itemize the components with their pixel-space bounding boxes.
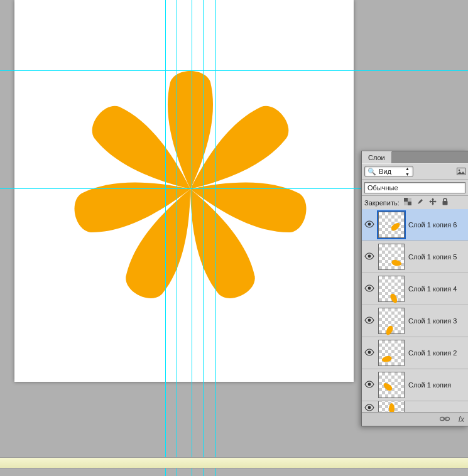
filter-section: 🔍 Вид xyxy=(362,163,468,180)
svg-point-8 xyxy=(368,255,371,258)
lock-row: Закрепить: xyxy=(362,196,468,209)
layer-thumbnail[interactable] xyxy=(378,212,405,238)
panel-landscape-icon[interactable] xyxy=(457,167,465,176)
svg-rect-5 xyxy=(404,202,408,205)
svg-point-11 xyxy=(368,351,371,354)
svg-point-9 xyxy=(368,287,371,290)
svg-point-13 xyxy=(368,406,371,409)
layers-list: Слой 1 копия 6Слой 1 копия 5Слой 1 копия… xyxy=(362,209,468,413)
svg-rect-3 xyxy=(408,202,411,205)
visibility-eye-icon[interactable] xyxy=(364,220,374,230)
visibility-eye-icon[interactable] xyxy=(364,403,374,413)
guide-horizontal[interactable] xyxy=(0,70,468,71)
svg-rect-4 xyxy=(408,198,411,202)
guide-vertical[interactable] xyxy=(165,0,166,476)
layer-thumbnail[interactable] xyxy=(378,244,405,270)
svg-rect-2 xyxy=(404,198,408,202)
layer-row[interactable]: Слой 1 копия 4 xyxy=(362,273,468,305)
panel-tab-bar: Слои xyxy=(362,151,468,163)
search-icon: 🔍 xyxy=(367,168,376,175)
lock-label: Закрепить: xyxy=(364,199,400,207)
ruler-bottom xyxy=(0,457,468,468)
panel-status-bar: fx xyxy=(362,413,468,426)
svg-point-12 xyxy=(368,383,371,386)
visibility-eye-icon[interactable] xyxy=(364,252,374,262)
lock-pixels-icon[interactable] xyxy=(403,198,412,207)
layer-name-label[interactable]: Слой 1 копия 5 xyxy=(408,253,465,261)
guide-vertical[interactable] xyxy=(215,0,216,476)
layer-row[interactable] xyxy=(362,401,468,413)
svg-point-7 xyxy=(368,223,371,226)
layer-name-label[interactable]: Слой 1 копия 2 xyxy=(408,349,465,357)
layer-thumbnail[interactable] xyxy=(378,340,405,366)
visibility-eye-icon[interactable] xyxy=(364,348,374,358)
blend-mode-value: Обычные xyxy=(367,184,398,192)
layer-row[interactable]: Слой 1 копия 5 xyxy=(362,241,468,273)
blend-mode-dropdown[interactable]: Обычные xyxy=(364,182,465,193)
visibility-eye-icon[interactable] xyxy=(364,284,374,294)
layer-row[interactable]: Слой 1 копия 2 xyxy=(362,337,468,369)
guide-vertical[interactable] xyxy=(177,0,177,476)
layer-row[interactable]: Слой 1 копия xyxy=(362,369,468,401)
link-layers-icon[interactable] xyxy=(440,415,450,424)
layer-row[interactable]: Слой 1 копия 3 xyxy=(362,305,468,337)
layer-name-label[interactable]: Слой 1 копия 4 xyxy=(408,285,465,293)
lock-move-icon[interactable] xyxy=(428,198,437,207)
layer-name-label[interactable]: Слой 1 копия xyxy=(408,381,465,389)
filter-label: Вид xyxy=(379,168,403,175)
svg-point-10 xyxy=(368,319,371,322)
chevron-updown-icon xyxy=(405,168,410,175)
lock-brush-icon[interactable] xyxy=(416,198,425,207)
canvas[interactable] xyxy=(14,0,354,382)
blend-section: Обычные xyxy=(362,180,468,196)
svg-point-1 xyxy=(459,170,460,171)
guide-vertical[interactable] xyxy=(203,0,204,476)
layers-tab[interactable]: Слои xyxy=(362,151,392,163)
layer-thumbnail[interactable] xyxy=(378,401,405,413)
layer-name-label[interactable]: Слой 1 копия 3 xyxy=(408,317,465,325)
guide-vertical[interactable] xyxy=(192,0,192,476)
layer-filter-dropdown[interactable]: 🔍 Вид xyxy=(364,166,413,177)
layer-row[interactable]: Слой 1 копия 6 xyxy=(362,209,468,241)
layer-thumbnail[interactable] xyxy=(378,308,405,334)
layers-panel: Слои 🔍 Вид Обычные Закрепить: xyxy=(361,151,468,426)
layer-name-label[interactable]: Слой 1 копия 6 xyxy=(408,221,465,229)
fx-icon[interactable]: fx xyxy=(459,415,464,424)
visibility-eye-icon[interactable] xyxy=(364,316,374,326)
layer-thumbnail[interactable] xyxy=(378,372,405,398)
svg-rect-6 xyxy=(443,201,448,205)
lock-all-icon[interactable] xyxy=(441,198,450,207)
layer-thumbnail[interactable] xyxy=(378,276,405,302)
visibility-eye-icon[interactable] xyxy=(364,380,374,390)
